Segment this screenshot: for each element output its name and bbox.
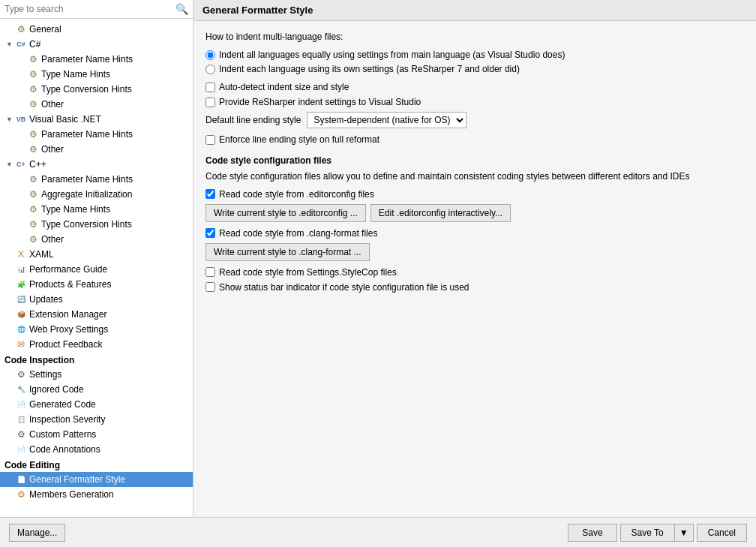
tree-item-label-ce-formatter: General Formatter Style [29,474,125,485]
tree-item-label-cpp: C++ [29,159,46,170]
tree-item-icon-csharp-typeconv: ⚙ [27,83,39,95]
tree-item-csharp-other[interactable]: ⚙Other [0,97,193,112]
chk-editorconfig-input[interactable] [206,189,215,199]
radio-indent-1[interactable] [206,50,215,60]
checkbox-stylecop: Read code style from Settings.StyleCop f… [206,267,744,278]
chk-stylecop-label: Read code style from Settings.StyleCop f… [219,267,397,278]
write-editorconfig-button[interactable]: Write current style to .editorconfig ... [206,204,366,222]
cancel-button[interactable]: Cancel [697,524,747,542]
tree-item-csharp-typeconv[interactable]: ⚙Type Conversion Hints [0,82,193,97]
tree-item-icon-cpp-typename: ⚙ [27,203,39,215]
tree-item-cpp-param[interactable]: ⚙Parameter Name Hints [0,172,193,187]
chk-stylecop-input[interactable] [206,267,215,277]
tree-item-ce-formatter[interactable]: 📄General Formatter Style [0,472,193,487]
chk-autodetect-input[interactable] [206,83,215,92]
tree-item-arrow-vb: ▼ [6,116,15,123]
radio-label-2: Indent each language using its own setti… [219,64,520,74]
tree-item-ci-patterns[interactable]: ⚙Custom Patterns [0,427,193,442]
tree-item-prodfeedback[interactable]: ✉Product Feedback [0,337,193,352]
radio-indent-2[interactable] [206,65,215,74]
tree-item-vb[interactable]: ▼VBVisual Basic .NET [0,112,193,127]
tree-item-arrow-cpp: ▼ [6,161,15,168]
tree-item-icon-general: ⚙ [15,23,27,35]
tree-container: ⚙General▼C#C#⚙Parameter Name Hints⚙Type … [0,19,193,517]
checkbox-provide: Provide ReSharper indent settings to Vis… [206,97,744,107]
tree-item-cpp[interactable]: ▼C+C++ [0,157,193,172]
radio-item-2: Indent each language using its own setti… [206,64,744,74]
checkbox-clang: Read code style from .clang-format files [206,228,744,239]
tree-item-csharp-typename[interactable]: ⚙Type Name Hints [0,67,193,82]
checkbox-enforce: Enforce line ending style on full reform… [206,134,744,145]
tree-item-vb-other[interactable]: ⚙Other [0,142,193,157]
tree-item-ci-ignored[interactable]: 🔧Ignored Code [0,382,193,397]
tree-item-updates[interactable]: 🔄Updates [0,292,193,307]
tree-item-icon-csharp-typename: ⚙ [27,68,39,80]
tree-item-csharp-param[interactable]: ⚙Parameter Name Hints [0,52,193,67]
tree-item-label-csharp-typename: Type Name Hints [41,69,110,80]
tree-item-label-ci-generated: Generated Code [29,399,96,410]
tree-item-icon-webproxy: 🌐 [15,323,27,335]
tree-item-icon-xaml: X [15,248,27,260]
tree-item-xaml[interactable]: XXAML [0,247,193,262]
tree-item-label-cpp-aggregate: Aggregate Initialization [41,189,132,200]
tree-item-ci-severity[interactable]: 📋Inspection Severity [0,412,193,427]
tree-item-icon-ce-members: ⚙ [15,488,27,500]
tree-item-label-ci-severity: Inspection Severity [29,414,105,425]
radio-label-1: Indent all languages equally using setti… [219,50,565,60]
chk-statusbar-input[interactable] [206,282,215,292]
search-icon: 🔍 [176,3,188,15]
tree-item-icon-ci-generated: 📄 [15,398,27,410]
tree-item-extmanager[interactable]: 📦Extension Manager [0,307,193,322]
chk-provide-input[interactable] [206,98,215,107]
tree-item-icon-csharp: C# [15,38,27,50]
tree-item-icon-cpp: C+ [15,158,27,170]
tree-item-ce-members[interactable]: ⚙Members Generation [0,487,193,502]
line-ending-row: Default line ending style System-depende… [206,112,744,128]
line-ending-select[interactable]: System-dependent (native for OS)Windows … [307,112,466,128]
manage-button[interactable]: Manage... [9,524,65,542]
tree-item-cpp-typeconv[interactable]: ⚙Type Conversion Hints [0,217,193,232]
right-panel-header: General Formatter Style [194,0,756,21]
radio-item-1: Indent all languages equally using setti… [206,50,744,60]
tree-item-webproxy[interactable]: 🌐Web Proxy Settings [0,322,193,337]
tree-item-icon-prodfeedback: ✉ [15,338,27,350]
chk-provide-label: Provide ReSharper indent settings to Vis… [219,97,421,107]
chk-enforce-input[interactable] [206,135,215,145]
write-clang-button[interactable]: Write current style to .clang-format ... [206,243,370,261]
tree-item-icon-prodfeatures: 🧩 [15,278,27,290]
tree-item-label-vb: Visual Basic .NET [29,114,101,125]
tree-item-label-prodfeedback: Product Feedback [29,339,102,350]
tree-item-csharp[interactable]: ▼C#C# [0,37,193,52]
tree-item-ci-annotations[interactable]: 📄Code Annotations [0,442,193,457]
chk-clang-input[interactable] [206,228,215,238]
save-to-dropdown-button[interactable]: ▼ [674,524,694,542]
tree-item-label-perfguide: Performance Guide [29,264,107,275]
search-input[interactable] [4,4,172,14]
tree-item-label-prodfeatures: Products & Features [29,279,111,290]
tree-item-cpp-typename[interactable]: ⚙Type Name Hints [0,202,193,217]
tree-item-label-csharp-param: Parameter Name Hints [41,54,133,65]
tree-item-general[interactable]: ⚙General [0,22,193,37]
tree-item-cpp-other[interactable]: ⚙Other [0,232,193,247]
tree-item-label-ci-settings: Settings [29,369,62,380]
editorconfig-button-row: Write current style to .editorconfig ...… [206,204,744,222]
tree-item-label-cpp-typeconv: Type Conversion Hints [41,219,132,230]
tree-item-prodfeatures[interactable]: 🧩Products & Features [0,277,193,292]
chk-autodetect-label: Auto-detect indent size and style [219,82,349,92]
edit-editorconfig-button[interactable]: Edit .editorconfig interactively... [370,204,511,222]
tree-item-ci-generated[interactable]: 📄Generated Code [0,397,193,412]
tree-item-ci-settings[interactable]: ⚙Settings [0,367,193,382]
save-to-split: Save To ▼ [620,524,694,542]
save-to-button[interactable]: Save To [620,524,674,542]
tree-item-perfguide[interactable]: 📊Performance Guide [0,262,193,277]
save-button[interactable]: Save [568,524,616,542]
tree-item-label-vb-other: Other [41,144,64,155]
tree-item-label-webproxy: Web Proxy Settings [29,324,108,335]
tree-item-label-extmanager: Extension Manager [29,309,106,320]
right-panel-content: How to indent multi-language files: Inde… [194,21,756,517]
tree-item-vb-param[interactable]: ⚙Parameter Name Hints [0,127,193,142]
tree-item-icon-csharp-other: ⚙ [27,98,39,110]
chk-enforce-label: Enforce line ending style on full reform… [219,134,380,145]
tree-item-label-xaml: XAML [29,249,54,260]
tree-item-cpp-aggregate[interactable]: ⚙Aggregate Initialization [0,187,193,202]
